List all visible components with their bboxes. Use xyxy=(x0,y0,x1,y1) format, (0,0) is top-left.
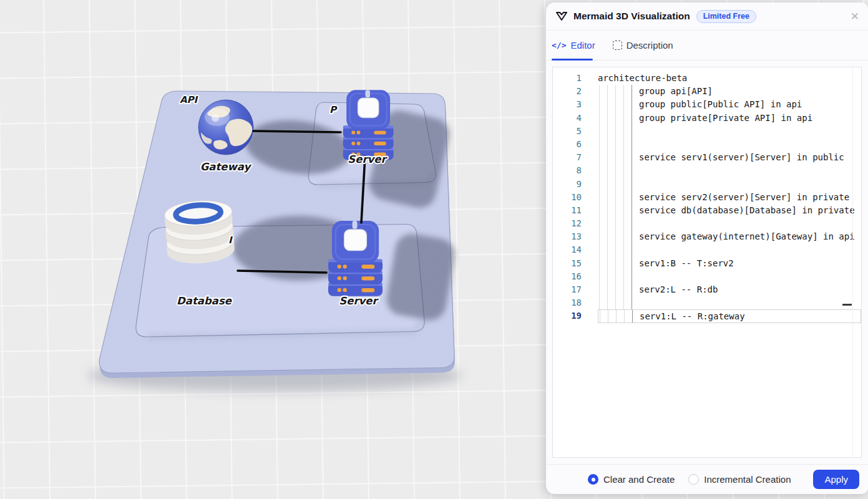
group-api-label: API xyxy=(180,94,197,105)
active-tab-underline xyxy=(552,59,593,61)
code-line[interactable]: 12 xyxy=(553,217,861,230)
limited-free-badge: Limited Free xyxy=(696,10,756,23)
radio-selected-icon[interactable] xyxy=(588,474,598,485)
line-text xyxy=(598,178,861,191)
line-number: 14 xyxy=(553,243,582,256)
close-icon[interactable]: ✕ xyxy=(851,11,859,22)
code-editor[interactable]: 1architecture-beta 2group api[API] 3grou… xyxy=(552,67,862,458)
code-line[interactable]: 5 xyxy=(553,125,861,138)
line-text: architecture-beta xyxy=(598,72,861,85)
selection-icon xyxy=(613,41,622,50)
line-number: 1 xyxy=(553,72,582,85)
line-number: 13 xyxy=(553,230,582,243)
code-line[interactable]: 15serv1:B -- T:serv2 xyxy=(553,257,861,270)
code-line-active[interactable]: 19serv1:L -- R:gateway xyxy=(553,309,861,322)
panel-body: 1architecture-beta 2group api[API] 3grou… xyxy=(546,61,868,464)
server-icon-public[interactable] xyxy=(343,90,394,160)
line-text: group public[Public API] in api xyxy=(598,98,861,111)
line-number: 7 xyxy=(553,151,582,164)
line-text xyxy=(598,138,861,151)
tab-editor[interactable]: </> Editor xyxy=(552,40,595,51)
line-number: 6 xyxy=(553,138,582,151)
line-number: 11 xyxy=(553,204,582,217)
code-line[interactable]: 8 xyxy=(553,164,861,177)
line-text xyxy=(598,270,861,283)
line-number: 12 xyxy=(553,217,582,230)
globe-icon[interactable] xyxy=(198,100,253,155)
panel-header: Mermaid 3D Visualization Limited Free ✕ xyxy=(546,2,868,31)
code-line[interactable]: 14 xyxy=(553,243,861,256)
database-node-label: Database xyxy=(177,295,232,307)
radio-clear-and-create[interactable]: Clear and Create xyxy=(588,474,675,485)
edge-gateway-server xyxy=(253,131,341,132)
group-public-label-fragment: P xyxy=(329,104,336,115)
line-number: 4 xyxy=(553,112,582,125)
line-number: 3 xyxy=(553,98,582,111)
line-number: 10 xyxy=(553,191,582,204)
private-server-node-label: Server xyxy=(339,295,377,307)
tab-editor-label: Editor xyxy=(570,40,595,51)
line-number: 18 xyxy=(553,296,582,309)
architecture-3d-scene xyxy=(0,0,546,499)
line-text: serv1:B -- T:serv2 xyxy=(598,257,861,270)
line-number: 17 xyxy=(553,283,582,296)
radio-unselected-icon[interactable] xyxy=(688,474,699,485)
panel-tabs: </> Editor Description xyxy=(546,31,868,61)
line-text: group private[Private API] in api xyxy=(598,112,861,125)
code-line[interactable]: 9 xyxy=(553,178,861,191)
mermaid-logo-icon xyxy=(555,9,568,23)
code-icon: </> xyxy=(552,41,566,50)
code-line[interactable]: 11service db(database)[Database] in priv… xyxy=(553,204,861,217)
line-text: service serv1(server)[Server] in public xyxy=(598,151,861,164)
line-number: 15 xyxy=(553,257,582,270)
gateway-node-label: Gateway xyxy=(200,161,250,173)
line-text xyxy=(598,125,861,138)
line-number: 9 xyxy=(553,178,582,191)
database-icon[interactable] xyxy=(163,198,235,265)
code-line[interactable]: 2group api[API] xyxy=(553,85,861,98)
server-icon-private[interactable] xyxy=(328,221,383,296)
line-number: 5 xyxy=(553,125,582,138)
code-line[interactable]: 3group public[Public API] in api xyxy=(553,98,861,111)
clear-and-create-label: Clear and Create xyxy=(603,474,675,485)
line-text xyxy=(598,296,861,309)
line-number: 2 xyxy=(553,85,582,98)
radio-incremental-creation[interactable]: Incremental Creation xyxy=(688,474,791,485)
code-line[interactable]: 7service serv1(server)[Server] in public xyxy=(553,151,861,164)
line-text xyxy=(598,164,861,177)
public-server-node-label: Server xyxy=(348,153,386,165)
line-text: service db(database)[Database] in privat… xyxy=(598,204,861,217)
apply-button[interactable]: Apply xyxy=(813,470,859,489)
panel-title: Mermaid 3D Visualization xyxy=(573,11,690,22)
code-line[interactable]: 10service serv2(server)[Server] in priva… xyxy=(553,191,861,204)
line-text xyxy=(598,217,861,230)
group-private-label-fragment: I xyxy=(228,235,232,246)
tab-description-label: Description xyxy=(627,40,673,51)
code-line[interactable]: 1architecture-beta xyxy=(553,72,861,85)
code-line[interactable]: 13service gateway(internet)[Gateway] in … xyxy=(553,230,861,243)
panel-footer: Clear and Create Incremental Creation Ap… xyxy=(546,464,868,494)
mermaid-panel: Mermaid 3D Visualization Limited Free ✕ … xyxy=(546,2,868,494)
line-text: serv2:L -- R:db xyxy=(598,283,861,296)
code-line[interactable]: 18 xyxy=(553,296,861,309)
line-text: serv1:L -- R:gateway xyxy=(598,309,861,322)
incremental-creation-label: Incremental Creation xyxy=(704,474,791,485)
line-text: service serv2(server)[Server] in private xyxy=(598,191,861,204)
line-number: 8 xyxy=(553,164,582,177)
line-text: group api[API] xyxy=(598,85,861,98)
text-cursor xyxy=(842,304,852,306)
line-number: 19 xyxy=(553,309,582,322)
line-text: service gateway(internet)[Gateway] in ap… xyxy=(598,230,861,243)
tab-description[interactable]: Description xyxy=(613,40,673,51)
code-line[interactable]: 4group private[Private API] in api xyxy=(553,112,861,125)
line-text xyxy=(598,243,861,256)
code-line[interactable]: 6 xyxy=(553,138,861,151)
code-line[interactable]: 17serv2:L -- R:db xyxy=(553,283,861,296)
line-number: 16 xyxy=(553,270,582,283)
code-line[interactable]: 16 xyxy=(553,270,861,283)
